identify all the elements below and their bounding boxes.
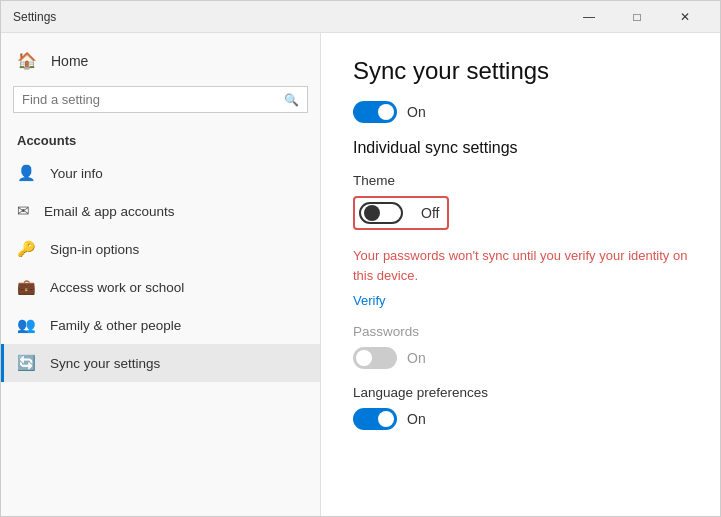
theme-toggle-row: Off (353, 196, 688, 230)
language-toggle-label: On (407, 411, 426, 427)
main-content: Sync your settings On Individual sync se… (321, 33, 720, 516)
theme-toggle-knob (364, 205, 380, 221)
your-info-icon: 👤 (17, 164, 36, 182)
sidebar-item-family-other[interactable]: 👥 Family & other people (1, 306, 320, 344)
sign-in-icon: 🔑 (17, 240, 36, 258)
language-toggle-row: On (353, 408, 688, 430)
sidebar-item-label: Family & other people (50, 318, 181, 333)
sync-toggle-row: On (353, 101, 688, 123)
sidebar-section-title: Accounts (1, 125, 320, 154)
theme-toggle[interactable] (359, 202, 403, 224)
passwords-label: Passwords (353, 324, 688, 339)
verify-link[interactable]: Verify (353, 293, 386, 308)
title-bar: Settings — □ ✕ (1, 1, 720, 33)
sidebar-item-sync-settings[interactable]: 🔄 Sync your settings (1, 344, 320, 382)
sync-icon: 🔄 (17, 354, 36, 372)
language-preferences-label: Language preferences (353, 385, 688, 400)
email-icon: ✉ (17, 202, 30, 220)
content-area: 🏠 Home 🔍 Accounts 👤 Your info ✉ Email & … (1, 33, 720, 516)
family-icon: 👥 (17, 316, 36, 334)
passwords-toggle-knob (356, 350, 372, 366)
home-icon: 🏠 (17, 51, 37, 70)
sidebar-item-label: Your info (50, 166, 103, 181)
sidebar-item-label: Sign-in options (50, 242, 139, 257)
window-controls: — □ ✕ (566, 1, 708, 33)
theme-toggle-wrapper: Off (353, 196, 449, 230)
passwords-setting: Passwords On (353, 324, 688, 369)
theme-toggle-label: Off (421, 205, 439, 221)
language-preferences-setting: Language preferences On (353, 385, 688, 430)
maximize-button[interactable]: □ (614, 1, 660, 33)
error-message: Your passwords won't sync until you veri… (353, 246, 688, 285)
theme-label: Theme (353, 173, 688, 188)
sidebar-item-label: Access work or school (50, 280, 184, 295)
theme-setting: Theme Off (353, 173, 688, 230)
sync-toggle-knob (378, 104, 394, 120)
sync-toggle-label: On (407, 104, 426, 120)
language-toggle[interactable] (353, 408, 397, 430)
sidebar-item-sign-in-options[interactable]: 🔑 Sign-in options (1, 230, 320, 268)
home-label: Home (51, 53, 88, 69)
language-toggle-knob (378, 411, 394, 427)
sidebar-item-access-work[interactable]: 💼 Access work or school (1, 268, 320, 306)
passwords-toggle-label: On (407, 350, 426, 366)
search-icon: 🔍 (284, 93, 299, 107)
sync-toggle[interactable] (353, 101, 397, 123)
sidebar-item-email-app-accounts[interactable]: ✉ Email & app accounts (1, 192, 320, 230)
search-input[interactable] (22, 92, 284, 107)
sidebar-item-label: Sync your settings (50, 356, 160, 371)
passwords-toggle-row: On (353, 347, 688, 369)
work-icon: 💼 (17, 278, 36, 296)
page-title: Sync your settings (353, 57, 688, 85)
sidebar-item-label: Email & app accounts (44, 204, 175, 219)
sidebar: 🏠 Home 🔍 Accounts 👤 Your info ✉ Email & … (1, 33, 321, 516)
window-title: Settings (13, 10, 56, 24)
close-button[interactable]: ✕ (662, 1, 708, 33)
passwords-toggle[interactable] (353, 347, 397, 369)
sidebar-home[interactable]: 🏠 Home (1, 41, 320, 80)
search-box: 🔍 (13, 86, 308, 113)
individual-sync-title: Individual sync settings (353, 139, 688, 157)
sidebar-item-your-info[interactable]: 👤 Your info (1, 154, 320, 192)
settings-window: Settings — □ ✕ 🏠 Home 🔍 Accounts 👤 Your … (0, 0, 721, 517)
minimize-button[interactable]: — (566, 1, 612, 33)
